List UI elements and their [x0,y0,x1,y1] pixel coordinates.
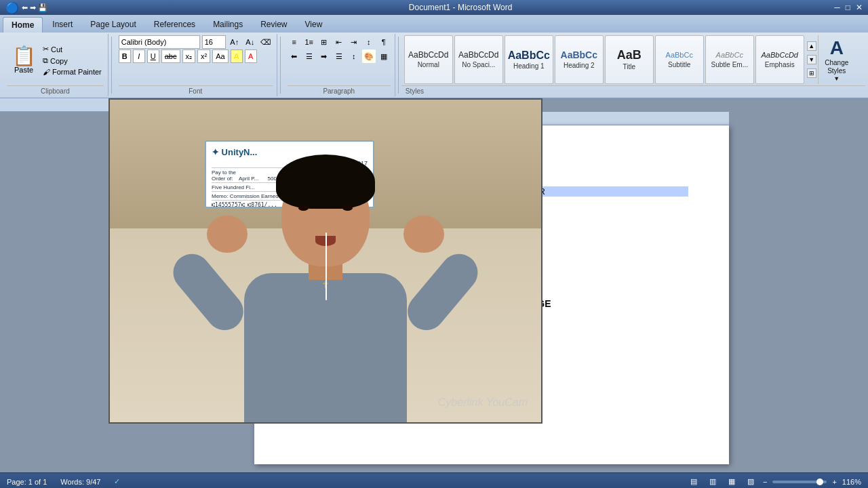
person-right-hand [403,216,444,253]
change-case-button[interactable]: Aa [212,49,228,63]
quick-access: ⬅ ➡ 💾 [22,3,47,12]
styles-scroll-arrows: ▲ ▼ ⊞ [807,39,816,80]
font-row2: B I U abc x₂ x² Aa A A [119,49,257,63]
view-print-layout[interactable]: ▤ [687,475,701,489]
zoom-level: 116% [842,478,861,486]
format-painter-button[interactable]: 🖌 Format Painter [41,67,104,77]
ribbon-tab-bar: Home Insert Page Layout References Maili… [0,15,868,33]
style-heading1[interactable]: AaBbCc Heading 1 [505,35,553,84]
paste-button[interactable]: 📋 Paste [7,35,41,85]
copy-button[interactable]: ⧉ Copy [41,56,104,66]
styles-expand[interactable]: ⊞ [807,68,816,78]
shading-button[interactable]: 🎨 [362,49,376,63]
format-painter-label: Format Painter [52,68,102,76]
style-heading1-preview: AaBbCc [508,49,550,62]
clear-format-button[interactable]: ⌫ [259,35,273,49]
borders-button[interactable]: ▦ [377,49,391,63]
bold-button[interactable]: B [119,49,131,63]
style-heading2-preview: AaBbCc [561,50,597,60]
proofing-status: ✓ [114,477,120,486]
increase-font-button[interactable]: A↑ [228,35,241,49]
change-styles-button[interactable]: A ChangeStyles ▼ [818,35,855,84]
align-right-button[interactable]: ➡ [317,49,331,63]
ribbon-content: 📋 Paste ✂ Cut ⧉ Copy 🖌 [0,33,868,98]
minimize-btn[interactable]: ─ [834,3,840,12]
change-styles-arrow: ▼ [833,75,840,82]
align-center-button[interactable]: ☰ [302,49,316,63]
tab-view[interactable]: View [297,17,331,33]
text-highlight-button[interactable]: A [231,49,243,63]
decrease-font-button[interactable]: A↓ [243,35,257,49]
style-subtitle-preview: AaBbCc [666,51,693,59]
font-color-button[interactable]: A [245,49,257,63]
numbering-button[interactable]: 1≡ [302,35,316,49]
tab-mailings[interactable]: Mailings [205,17,251,33]
style-normal[interactable]: AaBbCcDd Normal [404,35,453,84]
zoom-out-button[interactable]: − [763,478,767,486]
paragraph-group-label: Paragraph [288,85,391,95]
view-outline[interactable]: ▨ [744,475,757,489]
bullets-button[interactable]: ≡ [288,35,301,49]
copy-icon: ⧉ [43,56,48,65]
left-sidebar [0,98,115,472]
style-emphasis-preview: AaBbCcDd [762,51,798,59]
line-spacing-button[interactable]: ↕ [347,49,361,63]
style-subtle-em-label: Subtle Em... [711,61,748,68]
tab-insert[interactable]: Insert [44,17,81,33]
person-left-hand [207,216,248,253]
person-eye-left [298,205,309,211]
styles-scroll-up[interactable]: ▲ [807,41,816,51]
style-no-spacing[interactable]: AaBbCcDd No Spaci... [454,35,503,84]
style-title[interactable]: AaB Title [605,35,654,84]
strikethrough-button[interactable]: abc [161,49,180,63]
copy-label: Copy [50,57,68,65]
view-full-screen[interactable]: ▥ [706,475,719,489]
status-right: ▤ ▥ ▦ ▨ − + 116% [687,475,861,489]
cut-button[interactable]: ✂ Cut [41,44,104,54]
tab-page-layout[interactable]: Page Layout [82,17,144,33]
paragraph-content: ≡ 1≡ ⊞ ⇤ ⇥ ↕ ¶ ⬅ ☰ ➡ ☰ ↕ 🎨 ▦ [288,35,391,85]
status-bar: Page: 1 of 1 Words: 9/47 ✓ ▤ ▥ ▦ ▨ − + 1… [0,472,868,488]
styles-scroll-down[interactable]: ▼ [807,55,816,64]
style-heading2[interactable]: AaBbCc Heading 2 [555,35,604,84]
paste-icon: 📋 [12,47,36,66]
cut-label: Cut [51,45,62,54]
show-formatting-button[interactable]: ¶ [377,35,391,49]
maximize-btn[interactable]: □ [846,3,850,12]
clipboard-group-label: Clipboard [7,85,104,95]
style-subtle-em[interactable]: AaBbCc Subtle Em... [705,35,754,84]
multilevel-button[interactable]: ⊞ [317,35,331,49]
words-info: Words: 9/47 [60,478,100,486]
styles-section: AaBbCcDd Normal AaBbCcDd No Spaci... AaB… [401,34,865,96]
cut-icon: ✂ [43,45,49,54]
font-name-input[interactable] [119,35,200,49]
justify-button[interactable]: ☰ [332,49,346,63]
zoom-slider[interactable] [772,481,827,483]
change-styles-label: ChangeStyles [825,59,848,75]
align-left-button[interactable]: ⬅ [288,49,301,63]
font-group: A↑ A↓ ⌫ B I U abc x₂ x² Aa A A Font [115,34,277,96]
italic-button[interactable]: I [133,49,145,63]
view-web-layout[interactable]: ▦ [725,475,738,489]
font-size-input[interactable] [202,35,226,49]
increase-indent-button[interactable]: ⇥ [347,35,361,49]
window-controls[interactable]: ─ □ ✕ [834,3,863,12]
zoom-thumb [816,479,823,485]
sort-button[interactable]: ↕ [362,35,376,49]
underline-button[interactable]: U [147,49,159,63]
title-bar: 🔵 ⬅ ➡ 💾 Document1 - Microsoft Word ─ □ ✕ [0,0,868,15]
style-no-spacing-preview: AaBbCcDd [458,51,498,60]
paste-label: Paste [14,66,33,74]
tab-references[interactable]: References [146,17,203,33]
subscript-button[interactable]: x₂ [182,49,196,63]
decrease-indent-button[interactable]: ⇤ [332,35,346,49]
superscript-button[interactable]: x² [197,49,210,63]
tab-home[interactable]: Home [3,17,43,33]
tab-review[interactable]: Review [252,17,295,33]
style-subtle-em-preview: AaBbCc [716,51,743,59]
close-btn[interactable]: ✕ [856,3,863,12]
zoom-in-button[interactable]: + [832,478,836,486]
style-subtitle[interactable]: AaBbCc Subtitle [655,35,704,84]
style-emphasis[interactable]: AaBbCcDd Emphasis [755,35,804,84]
style-heading1-label: Heading 1 [513,62,545,70]
